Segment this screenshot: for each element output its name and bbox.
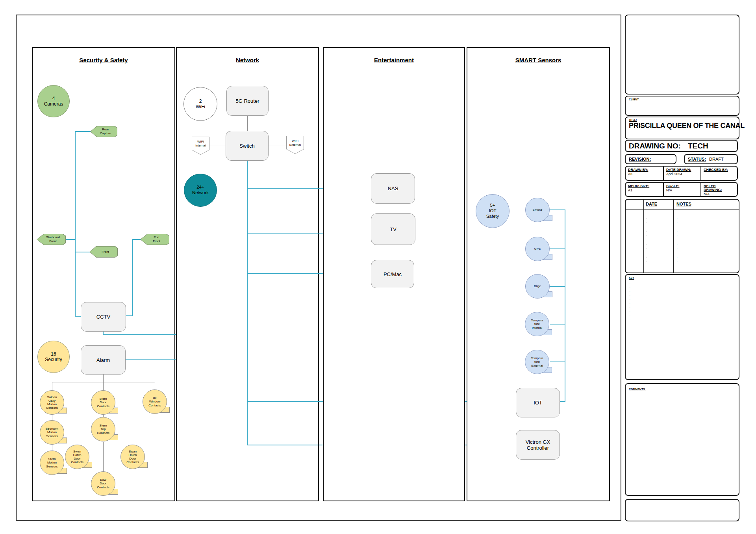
node-swan-hatch-door-contacts-right: Swan Hatch Door Contacts [120, 445, 145, 469]
node-rear-capture-label: Rear Capture [90, 126, 117, 137]
node-wifi-internal-label: WIFI Internal [192, 137, 209, 155]
notes-column-header: NOTES [674, 200, 739, 206]
node-front-label: Front [89, 246, 118, 258]
drawing-no-value: TECH [688, 142, 708, 150]
connector-cctv-right [125, 315, 133, 316]
node-front: Front [89, 246, 118, 258]
refer-drawing-cell: REFER DRAWING: N/A [701, 183, 737, 196]
connector-wifi-internal-switch [209, 145, 226, 145]
date-column-header: DATE [643, 200, 673, 206]
titleblock-info-row-1: DRAWN BY: AK DATE DRAWN: April 2024 CHEC… [625, 166, 738, 181]
titleblock-comments-box: COMMENTS: [625, 383, 739, 496]
connector-saloon-bedroom [52, 415, 52, 421]
node-tv: TV [371, 213, 415, 245]
node-alarm: Alarm [81, 345, 126, 375]
connector-alarm-bus [103, 374, 104, 382]
date-drawn-cell: DATE DRAWN: April 2024 [664, 167, 701, 180]
connector-swan-hatch [89, 457, 121, 457]
node-saloon-gally-motion-sensors: Saloon Gally Motion Sensors [40, 390, 64, 415]
node-temperature-external-sensor: Tempera ture External [525, 350, 549, 374]
column-smart-sensors-title: SMART Sensors [467, 57, 609, 63]
titleblock-client-box: CLIENT: [625, 96, 739, 116]
node-starboard-front-label: Starboard Front [37, 234, 66, 245]
connector-switch-trunk [247, 160, 248, 445]
date-column-marks: . . . . . . . . . . . . . [646, 211, 647, 268]
node-wifi-external: WIFI External [286, 136, 304, 154]
node-security-count: 16 Security [37, 341, 70, 373]
titleblock-logo-box [625, 15, 739, 95]
node-wifi-internal: WIFI Internal [192, 137, 209, 155]
connector-front [75, 252, 90, 252]
node-wifi-count: 2 WiFi [183, 87, 217, 121]
connector-sensor-trunk [565, 210, 565, 402]
node-iot: IOT [516, 388, 560, 417]
node-bow-door-contacts: Bow Door Contacts [91, 471, 115, 496]
comments-label: COMMENTS: [626, 384, 739, 391]
titleblock-status-box: STATUS: DRAFT [684, 154, 738, 164]
node-swan-hatch-door-contacts-left: Swan Hatch Door Contacts [65, 445, 89, 469]
node-cctv: CCTV [81, 302, 126, 332]
node-nas: NAS [371, 173, 415, 204]
titleblock-bottom-box [625, 499, 739, 521]
key-marks: . . . . . . . . . . . . . . . . [630, 281, 630, 344]
node-switch: Switch [226, 131, 269, 161]
revision-table-col-date: DATE . . . . . . . . . . . . . [643, 200, 674, 273]
connector-starboard-front [66, 239, 76, 240]
node-5g-router: 5G Router [226, 86, 269, 116]
node-smoke-sensor: Smoke [525, 198, 550, 222]
connector-bilge [550, 286, 565, 287]
node-iot-safety-count: 5+ IOT Safety [476, 194, 510, 228]
titleblock-drawing-no-box: DRAWING NO: TECH [625, 140, 738, 152]
titleblock-info-row-2: MEDIA SIZE: A1 SCALE: N/A REFER DRAWING:… [625, 182, 738, 197]
scale-cell: SCALE: N/A [664, 183, 701, 196]
status-label: STATUS: [688, 157, 706, 161]
revision-table-header-rule [626, 209, 739, 210]
revision-table-col-notes: NOTES . . . . . . . . . . . . . [674, 200, 739, 273]
connector-bus-stern-door [103, 382, 104, 391]
media-size-cell: MEDIA SIZE: A1 [626, 183, 664, 196]
node-network-count: 24+ Network [184, 174, 217, 207]
connector-rear-capture [75, 131, 91, 132]
connector-port-front-cctv [132, 239, 133, 316]
connector-sensor-bus [52, 382, 155, 382]
connector-bus-saloon [52, 382, 52, 391]
revision-label: REVISION: [629, 157, 651, 161]
drawn-by-cell: DRAWN BY: AK [626, 167, 664, 180]
connector-bedroom-stern-motion [52, 445, 52, 451]
key-label: KEY [626, 275, 739, 279]
connector-temp-internal [550, 324, 565, 324]
connector-rear-capture-cctv [75, 131, 76, 316]
titleblock-revision-table: DATE . . . . . . . . . . . . . NOTES . .… [625, 199, 739, 273]
node-temperature-internal-sensor: Tempera ture Internal [525, 312, 549, 336]
node-wifi-external-label: WIFI External [286, 136, 304, 154]
connector-switch-wifi-external [268, 145, 286, 145]
node-rear-capture: Rear Capture [90, 126, 117, 137]
connector-smoke [550, 210, 565, 210]
revision-table-col-empty [626, 200, 644, 273]
node-stern-door-contacts: Stern Door Contacts [91, 390, 115, 415]
node-window-contacts: 8x Window Contacts [143, 389, 167, 414]
node-port-front-label: Port Front [140, 234, 169, 245]
status-value: DRAFT [709, 157, 724, 161]
column-network-title: Network [177, 57, 318, 63]
connector-gps [550, 248, 565, 249]
diagram-canvas: Security & Safety 4 Cameras Rear Capture… [0, 0, 756, 534]
node-gps-sensor: GPS [525, 237, 550, 261]
column-entertainment-title: Entertainment [324, 57, 464, 63]
client-label: CLIENT: [626, 96, 739, 102]
node-pcmac: PC/Mac [371, 260, 414, 288]
connector-temp-external [550, 362, 565, 362]
node-starboard-front: Starboard Front [37, 234, 66, 245]
node-bilge-sensor: Bilge [525, 274, 550, 299]
connector-router-switch [247, 115, 248, 131]
title-label: TITLE: [626, 117, 739, 121]
connector-cctv-left [75, 316, 81, 317]
connector-port-front [132, 239, 141, 240]
drawing-title: PRISCILLA QUEEN OF THE CANAL [626, 121, 739, 130]
notes-column-marks: . . . . . . . . . . . . . [677, 211, 677, 268]
node-port-front: Port Front [140, 234, 169, 245]
node-cameras-count: 4 Cameras [37, 85, 70, 117]
checked-by-cell: CHECKED BY: [701, 167, 737, 180]
titleblock-title-box: TITLE: PRISCILLA QUEEN OF THE CANAL [625, 117, 739, 139]
node-bedroom-motion-sensors: Bedroom Motion Sensors [40, 420, 64, 445]
